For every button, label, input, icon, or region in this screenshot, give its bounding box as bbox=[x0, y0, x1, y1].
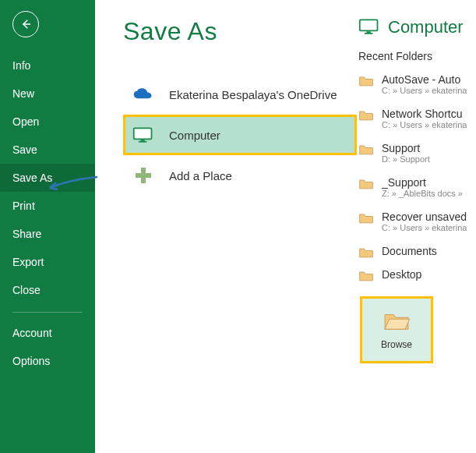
folder-icon bbox=[358, 143, 374, 156]
location-list: Save As Ekaterina Bespalaya's OneDrive C… bbox=[123, 17, 357, 453]
sidebar-item-export[interactable]: Export bbox=[0, 248, 95, 276]
backstage-sidebar: Info New Open Save Save As Print Share E… bbox=[0, 0, 95, 453]
folder-icon bbox=[358, 246, 374, 259]
browse-label: Browse bbox=[381, 339, 412, 350]
recent-folder[interactable]: Recover unsavedC: » Users » ekaterina bbox=[358, 206, 476, 240]
plus-icon bbox=[132, 166, 155, 185]
monitor-icon bbox=[358, 18, 380, 37]
location-onedrive[interactable]: Ekaterina Bespalaya's OneDrive bbox=[123, 74, 357, 115]
folder-name: Network Shortcu bbox=[382, 108, 467, 120]
folder-icon bbox=[358, 109, 374, 122]
right-pane-title: Computer bbox=[388, 17, 464, 37]
svg-rect-7 bbox=[367, 31, 371, 33]
sidebar-item-open[interactable]: Open bbox=[0, 108, 95, 136]
folder-name: Desktop bbox=[382, 268, 421, 281]
svg-rect-8 bbox=[365, 33, 373, 34]
folder-path: Z: » _AbleBits docs » bbox=[382, 189, 463, 198]
svg-rect-3 bbox=[139, 141, 147, 143]
location-label: Computer bbox=[169, 129, 220, 142]
browse-button[interactable]: Browse bbox=[360, 296, 433, 363]
sidebar-separator bbox=[12, 312, 83, 313]
folder-icon bbox=[358, 212, 374, 225]
recent-folder[interactable]: SupportD: » Support bbox=[358, 137, 476, 172]
page-title: Save As bbox=[123, 17, 357, 46]
sidebar-item-share[interactable]: Share bbox=[0, 220, 95, 248]
folder-name: Support bbox=[382, 142, 430, 154]
right-pane: Computer Recent Folders AutoSave - AutoC… bbox=[357, 17, 476, 453]
folder-name: _Support bbox=[382, 176, 463, 189]
recent-folder[interactable]: Desktop bbox=[358, 264, 476, 287]
folder-path: D: » Support bbox=[382, 154, 430, 164]
svg-rect-2 bbox=[141, 140, 145, 141]
folder-path: C: » Users » ekaterina bbox=[382, 120, 467, 129]
recent-folder[interactable]: Documents bbox=[358, 240, 476, 264]
folder-open-icon bbox=[382, 310, 411, 331]
main-pane: Save As Ekaterina Bespalaya's OneDrive C… bbox=[95, 0, 476, 453]
back-button[interactable] bbox=[12, 11, 39, 37]
folder-icon bbox=[358, 178, 374, 190]
sidebar-item-save[interactable]: Save bbox=[0, 136, 95, 164]
svg-rect-6 bbox=[360, 19, 378, 30]
sidebar-item-new[interactable]: New bbox=[0, 80, 95, 108]
recent-folder[interactable]: AutoSave - AutoC: » Users » ekaterina bbox=[358, 69, 476, 103]
recent-folders-list: AutoSave - AutoC: » Users » ekaterina Ne… bbox=[358, 69, 476, 287]
recent-folder[interactable]: Network ShortcuC: » Users » ekaterina bbox=[358, 103, 476, 137]
location-add-place[interactable]: Add a Place bbox=[123, 155, 357, 196]
sidebar-item-account[interactable]: Account bbox=[0, 319, 95, 347]
location-label: Ekaterina Bespalaya's OneDrive bbox=[169, 88, 337, 101]
monitor-icon bbox=[132, 126, 155, 144]
sidebar-item-options[interactable]: Options bbox=[0, 347, 95, 375]
recent-folder[interactable]: _SupportZ: » _AbleBits docs » bbox=[358, 172, 476, 206]
sidebar-item-print[interactable]: Print bbox=[0, 192, 95, 220]
back-arrow-icon bbox=[19, 17, 33, 31]
folder-name: Recover unsaved bbox=[382, 211, 467, 223]
folder-name: Documents bbox=[382, 245, 437, 257]
folder-icon bbox=[358, 75, 374, 87]
svg-rect-1 bbox=[134, 128, 152, 139]
folder-icon bbox=[358, 270, 374, 282]
location-label: Add a Place bbox=[169, 169, 232, 182]
folder-name: AutoSave - Auto bbox=[382, 73, 467, 86]
folder-path: C: » Users » ekaterina bbox=[382, 86, 467, 95]
sidebar-item-save-as[interactable]: Save As bbox=[0, 164, 95, 192]
sidebar-item-info[interactable]: Info bbox=[0, 51, 95, 80]
location-computer[interactable]: Computer bbox=[123, 115, 357, 155]
cloud-icon bbox=[132, 85, 155, 104]
svg-rect-5 bbox=[136, 173, 151, 178]
folder-path: C: » Users » ekaterina bbox=[382, 223, 467, 232]
sidebar-item-close[interactable]: Close bbox=[0, 276, 95, 304]
recent-folders-heading: Recent Folders bbox=[358, 50, 476, 62]
